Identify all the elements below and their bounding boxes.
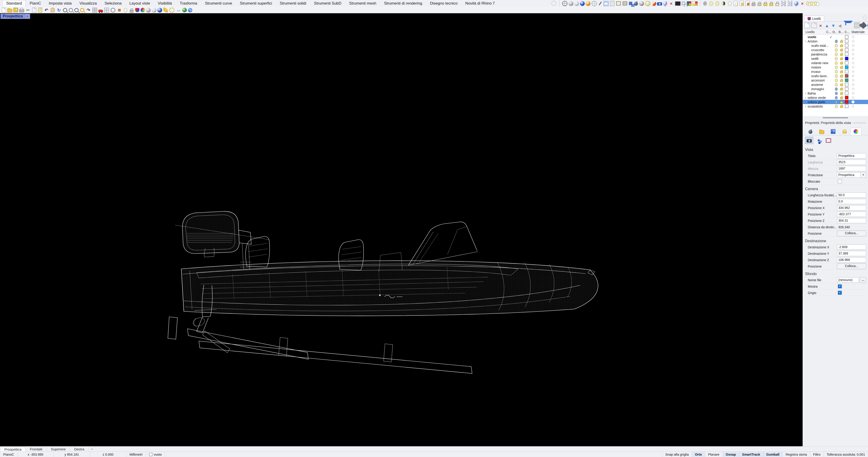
layer-row-scafo-lavor-[interactable]: scafo lavor... bbox=[803, 74, 868, 78]
layer-material-cell[interactable] bbox=[849, 92, 868, 95]
layers-column-5[interactable]: Materiale bbox=[850, 30, 868, 34]
layer-material-cell[interactable] bbox=[849, 40, 868, 43]
wire-cubes-icon[interactable] bbox=[682, 2, 685, 5]
filter-layers-icon[interactable] bbox=[844, 21, 853, 30]
layer-material-cell[interactable] bbox=[849, 57, 868, 60]
earth-icon[interactable] bbox=[182, 8, 187, 12]
toolbar-tab-trasforma[interactable]: Trasforma bbox=[176, 0, 201, 7]
layer-visibility-cell[interactable] bbox=[834, 57, 839, 60]
layer-row-invaso[interactable]: invaso bbox=[803, 69, 868, 74]
layer-visibility-cell[interactable] bbox=[834, 87, 839, 91]
layer-lock-cell[interactable] bbox=[839, 96, 844, 99]
layer-collapsed-chevron-icon[interactable]: › bbox=[804, 91, 807, 95]
zoom-extents-icon[interactable] bbox=[74, 8, 79, 12]
lock-open-icon[interactable] bbox=[757, 3, 761, 6]
camera-icon[interactable] bbox=[657, 2, 662, 5]
layer-lock-cell[interactable] bbox=[839, 83, 844, 86]
layers-column-4[interactable]: C... bbox=[844, 30, 850, 34]
zoom-dynamic-icon[interactable] bbox=[63, 8, 67, 12]
layer-material-cell[interactable] bbox=[849, 66, 868, 69]
field-input[interactable]: -802.377 bbox=[837, 211, 866, 217]
layer-lock-cell[interactable] bbox=[839, 70, 844, 73]
target-settings-button[interactable] bbox=[815, 137, 823, 144]
layer-color-cell[interactable] bbox=[844, 74, 849, 78]
layer-row-parabrezza[interactable]: parabrezza bbox=[803, 52, 868, 56]
viewport-tab-destra[interactable]: Destra bbox=[70, 447, 89, 452]
layer-lock-cell[interactable] bbox=[839, 92, 844, 95]
paste-icon[interactable] bbox=[38, 7, 42, 12]
layer-material-cell[interactable] bbox=[849, 87, 868, 90]
layer-row-vuoto[interactable]: vuoto✓ bbox=[803, 35, 868, 39]
viewport-tab-superiore[interactable]: Superiore bbox=[47, 447, 70, 452]
layer-lock-cell[interactable] bbox=[839, 75, 844, 77]
field-input[interactable]: Prospettica bbox=[837, 153, 866, 159]
doc-lamp-on-icon[interactable] bbox=[740, 1, 744, 6]
environment-icon[interactable] bbox=[163, 8, 168, 12]
layer-lock-cell[interactable] bbox=[839, 57, 844, 60]
layer-material-cell[interactable] bbox=[849, 53, 868, 56]
toolbar-tab-pianic[interactable]: PianiC bbox=[26, 0, 45, 7]
layer-lock-cell[interactable] bbox=[839, 79, 844, 82]
ghosted-display-icon[interactable] bbox=[574, 1, 579, 6]
layer-tools-icon[interactable] bbox=[854, 23, 860, 28]
collapse-all-icon[interactable]: ◀ bbox=[837, 23, 842, 28]
hidden-display-icon[interactable] bbox=[623, 1, 627, 5]
layer-lock-cell[interactable] bbox=[839, 53, 844, 56]
toolbar-tab-disegno-tecnico[interactable]: Disegno tecnico bbox=[426, 0, 461, 7]
field-input[interactable]: 50.0 bbox=[837, 193, 866, 198]
toolbar-tab-strumenti-mesh[interactable]: Strumenti mesh bbox=[345, 0, 380, 7]
layer-visibility-cell[interactable] bbox=[834, 70, 839, 73]
xray-display-icon[interactable] bbox=[592, 1, 597, 6]
field-input[interactable]: -2.609 bbox=[837, 245, 866, 250]
rendered-sphere-icon[interactable] bbox=[157, 8, 162, 12]
notifications-tab-icon[interactable] bbox=[843, 130, 846, 133]
viewport-tab-prospettica[interactable]: Prospettica bbox=[0, 447, 26, 452]
layer-lock-cell[interactable] bbox=[839, 105, 844, 108]
selection-state-alt-icon[interactable] bbox=[788, 1, 792, 6]
safe-frame-icon[interactable] bbox=[652, 1, 656, 6]
open-file-icon[interactable] bbox=[7, 9, 12, 12]
render-preview-icon[interactable] bbox=[639, 1, 644, 6]
toggle-smarttrack[interactable]: SmartTrack bbox=[739, 452, 763, 457]
layer-color-cell[interactable] bbox=[844, 70, 849, 73]
layers-column-0[interactable]: Livello bbox=[803, 30, 825, 34]
field-input[interactable]: 334.962 bbox=[837, 205, 866, 210]
toggle-planare[interactable]: Planare bbox=[705, 452, 722, 457]
layer-material-cell[interactable] bbox=[849, 70, 868, 73]
current-layer-button[interactable]: vuoto bbox=[146, 452, 165, 457]
layer-color-cell[interactable] bbox=[844, 96, 849, 99]
layer-material-cell[interactable] bbox=[849, 35, 868, 38]
render-icon[interactable] bbox=[634, 2, 638, 6]
toggle-filtro[interactable]: Filtro bbox=[810, 452, 823, 457]
layer-lock-cell[interactable] bbox=[839, 40, 844, 43]
clipping-plane-icon[interactable] bbox=[663, 1, 667, 6]
layer-visibility-cell[interactable] bbox=[834, 92, 839, 95]
save-file-icon[interactable] bbox=[13, 8, 18, 12]
layer-row-scafo-total-[interactable]: scafo total... bbox=[803, 44, 868, 48]
move-layer-up-icon[interactable]: ▲ bbox=[825, 23, 830, 28]
toolbar-tab-imposta-vista[interactable]: Imposta vista bbox=[45, 0, 75, 7]
wallpaper-settings-button[interactable] bbox=[824, 137, 832, 144]
toolbar-tab-seleziona[interactable]: Seleziona bbox=[100, 0, 125, 7]
lamp-pair-one-icon[interactable] bbox=[806, 2, 809, 5]
selection-state-icon[interactable] bbox=[781, 1, 786, 6]
toggle-osnap[interactable]: Osnap bbox=[722, 452, 739, 457]
layer-row-immagini[interactable]: immagini bbox=[803, 87, 868, 91]
shaded-display-icon[interactable] bbox=[568, 1, 574, 6]
print-icon[interactable] bbox=[19, 9, 24, 12]
target-settings-button-icon[interactable] bbox=[817, 139, 820, 142]
layer-visibility-cell[interactable] bbox=[834, 44, 839, 47]
layer-color-cell[interactable] bbox=[844, 61, 849, 65]
viewport-tab-frontale[interactable]: Frontale bbox=[26, 447, 47, 452]
help-tab[interactable] bbox=[828, 127, 839, 135]
checkbox-grigio[interactable] bbox=[838, 291, 842, 295]
dropdown-arrow-icon[interactable] bbox=[861, 172, 866, 178]
toolbar-tab-strumenti-di-rendering[interactable]: Strumenti di rendering bbox=[380, 0, 426, 7]
layer-color-cell[interactable] bbox=[844, 48, 849, 52]
layer-visibility-cell[interactable] bbox=[834, 83, 839, 86]
toolbar-tab-visibilità[interactable]: Visibilità bbox=[154, 0, 176, 7]
layer-collapsed-chevron-icon[interactable]: › bbox=[804, 100, 807, 104]
layer-row-sebino-giallo[interactable]: ›sebino giallo bbox=[803, 100, 868, 104]
cut-icon[interactable]: ✂ bbox=[25, 7, 31, 13]
field-input[interactable]: (nessuno) bbox=[837, 277, 859, 283]
